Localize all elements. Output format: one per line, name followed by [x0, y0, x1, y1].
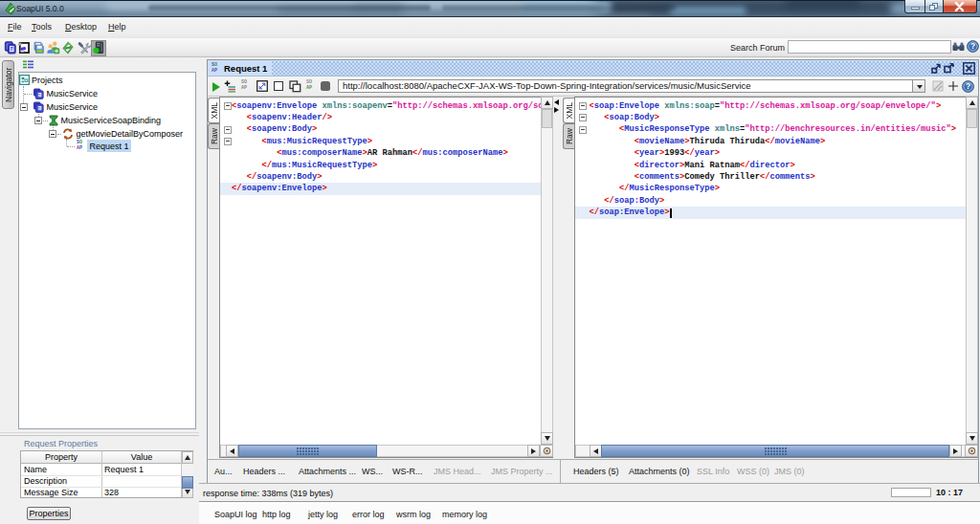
svg-text:?: ? [970, 41, 975, 51]
svg-text:?: ? [966, 81, 970, 91]
